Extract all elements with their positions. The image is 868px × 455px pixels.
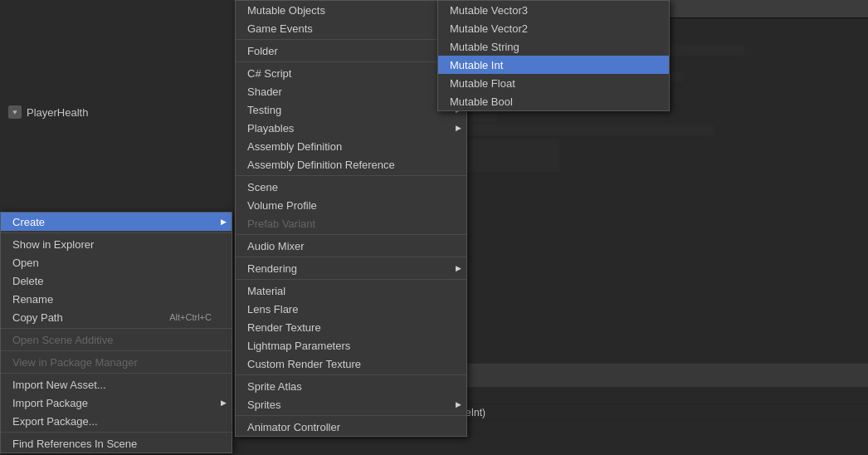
menu-item-import-package[interactable]: Import Package bbox=[1, 394, 232, 412]
menu-item-mutable-string[interactable]: Mutable String bbox=[438, 37, 669, 56]
menu-item-mutable-objects-label: Mutable Objects bbox=[247, 4, 325, 17]
menu-item-game-events[interactable]: Game Events bbox=[236, 19, 466, 37]
menu-item-create-label: Create bbox=[12, 216, 45, 228]
menu-item-prefab-variant-label: Prefab Variant bbox=[247, 218, 315, 230]
menu-item-create[interactable]: Create bbox=[1, 213, 232, 231]
menu-item-lens-flare[interactable]: Lens Flare bbox=[236, 300, 466, 318]
menu-item-folder[interactable]: Folder bbox=[236, 42, 466, 60]
menu-item-game-events-label: Game Events bbox=[247, 22, 313, 35]
context-menu-right: Mutable Vector3 Mutable Vector2 Mutable … bbox=[437, 0, 670, 111]
menu-item-mutable-vector2-label: Mutable Vector2 bbox=[450, 22, 528, 35]
menu-item-assembly-def-ref-label: Assembly Definition Reference bbox=[247, 159, 395, 171]
menu-item-csharp-script-label: C# Script bbox=[247, 67, 291, 80]
menu-item-sprites-label: Sprites bbox=[247, 399, 280, 411]
middle-sep-8 bbox=[236, 415, 466, 416]
separator-3 bbox=[1, 350, 232, 351]
menu-item-delete[interactable]: Delete bbox=[1, 272, 232, 290]
menu-item-mutable-int-label: Mutable Int bbox=[450, 59, 503, 71]
menu-item-export-package[interactable]: Export Package... bbox=[1, 412, 232, 430]
menu-item-scene-label: Scene bbox=[247, 181, 278, 193]
menu-item-rendering-label: Rendering bbox=[247, 262, 297, 275]
menu-item-open-label: Open bbox=[12, 257, 39, 269]
separator-5 bbox=[1, 432, 232, 433]
menu-item-sprite-atlas[interactable]: Sprite Atlas bbox=[236, 377, 466, 395]
player-health-icon: ♥ bbox=[8, 105, 22, 119]
menu-item-custom-render-label: Custom Render Texture bbox=[247, 358, 361, 370]
middle-sep-3 bbox=[236, 175, 466, 176]
menu-item-volume-profile-label: Volume Profile bbox=[247, 199, 317, 212]
menu-item-import-package-label: Import Package bbox=[12, 397, 88, 409]
menu-item-lens-flare-label: Lens Flare bbox=[247, 303, 298, 316]
menu-item-testing[interactable]: Testing bbox=[236, 100, 466, 119]
menu-item-prefab-variant[interactable]: Prefab Variant bbox=[236, 214, 466, 232]
menu-item-rendering[interactable]: Rendering bbox=[236, 259, 466, 277]
menu-item-material-label: Material bbox=[247, 285, 285, 297]
middle-sep-2 bbox=[236, 61, 466, 62]
player-health-icon-symbol: ♥ bbox=[12, 108, 17, 116]
copy-path-shortcut: Alt+Ctrl+C bbox=[169, 312, 212, 322]
menu-item-shader[interactable]: Shader bbox=[236, 82, 466, 100]
menu-item-rename[interactable]: Rename bbox=[1, 290, 232, 308]
separator-1 bbox=[1, 232, 232, 233]
menu-item-mutable-float-label: Mutable Float bbox=[450, 77, 515, 90]
menu-item-show-explorer-label: Show in Explorer bbox=[12, 238, 94, 251]
menu-item-lightmap-params[interactable]: Lightmap Parameters bbox=[236, 336, 466, 355]
menu-item-audio-mixer-label: Audio Mixer bbox=[247, 240, 305, 252]
menu-item-scene[interactable]: Scene bbox=[236, 178, 466, 196]
menu-item-mutable-bool-label: Mutable Bool bbox=[450, 95, 513, 108]
menu-item-volume-profile[interactable]: Volume Profile bbox=[236, 196, 466, 214]
separator-4 bbox=[1, 373, 232, 374]
menu-item-find-references-label: Find References In Scene bbox=[12, 438, 137, 450]
middle-sep-4 bbox=[236, 234, 466, 235]
menu-item-open[interactable]: Open bbox=[1, 253, 232, 272]
menu-item-animator-controller-label: Animator Controller bbox=[247, 421, 340, 433]
menu-item-assembly-def-label: Assembly Definition bbox=[247, 140, 342, 153]
menu-item-sprite-atlas-label: Sprite Atlas bbox=[247, 380, 302, 393]
menu-item-show-explorer[interactable]: Show in Explorer bbox=[1, 235, 232, 253]
menu-item-open-additive-label: Open Scene Additive bbox=[12, 334, 113, 346]
menu-item-rename-label: Rename bbox=[12, 293, 53, 306]
menu-item-import-asset-label: Import New Asset... bbox=[12, 379, 106, 391]
menu-item-copy-path-label: Copy Path bbox=[12, 311, 63, 324]
menu-item-audio-mixer[interactable]: Audio Mixer bbox=[236, 237, 466, 255]
menu-item-export-package-label: Export Package... bbox=[12, 415, 98, 428]
menu-item-custom-render[interactable]: Custom Render Texture bbox=[236, 355, 466, 373]
menu-item-mutable-bool[interactable]: Mutable Bool bbox=[438, 92, 669, 110]
menu-item-mutable-vector3[interactable]: Mutable Vector3 bbox=[438, 1, 669, 19]
player-health-area: ♥ PlayerHealth bbox=[0, 100, 237, 125]
menu-item-assembly-def-ref[interactable]: Assembly Definition Reference bbox=[236, 155, 466, 174]
menu-item-playables-label: Playables bbox=[247, 122, 294, 135]
middle-sep-7 bbox=[236, 374, 466, 375]
menu-item-csharp-script[interactable]: C# Script bbox=[236, 64, 466, 82]
middle-sep-1 bbox=[236, 39, 466, 40]
menu-item-view-package[interactable]: View in Package Manager bbox=[1, 353, 232, 371]
menu-item-view-package-label: View in Package Manager bbox=[12, 356, 138, 369]
menu-item-mutable-objects[interactable]: Mutable Objects bbox=[236, 1, 466, 19]
menu-item-delete-label: Delete bbox=[12, 275, 44, 287]
menu-item-render-texture-label: Render Texture bbox=[247, 321, 321, 334]
menu-item-testing-label: Testing bbox=[247, 104, 281, 116]
menu-item-copy-path[interactable]: Copy Path Alt+Ctrl+C bbox=[1, 308, 232, 326]
menu-item-open-additive[interactable]: Open Scene Additive bbox=[1, 330, 232, 349]
menu-item-folder-label: Folder bbox=[247, 45, 278, 57]
menu-item-import-asset[interactable]: Import New Asset... bbox=[1, 375, 232, 394]
menu-item-playables[interactable]: Playables bbox=[236, 119, 466, 137]
menu-item-mutable-vector2[interactable]: Mutable Vector2 bbox=[438, 19, 669, 37]
menu-item-sprites[interactable]: Sprites bbox=[236, 395, 466, 413]
menu-item-animator-controller[interactable]: Animator Controller bbox=[236, 418, 466, 436]
menu-item-mutable-float[interactable]: Mutable Float bbox=[438, 74, 669, 92]
context-menu-middle: Mutable Objects Game Events Folder C# Sc… bbox=[235, 0, 467, 437]
menu-item-material[interactable]: Material bbox=[236, 281, 466, 300]
menu-item-render-texture[interactable]: Render Texture bbox=[236, 318, 466, 336]
menu-item-shader-label: Shader bbox=[247, 86, 282, 98]
menu-item-mutable-string-label: Mutable String bbox=[450, 41, 519, 53]
middle-sep-5 bbox=[236, 257, 466, 257]
menu-item-mutable-int[interactable]: Mutable Int bbox=[438, 56, 669, 74]
middle-sep-6 bbox=[236, 279, 466, 280]
context-menu-left: Create Show in Explorer Open Delete Rena… bbox=[0, 212, 232, 453]
menu-item-lightmap-params-label: Lightmap Parameters bbox=[247, 340, 350, 352]
menu-item-assembly-def[interactable]: Assembly Definition bbox=[236, 137, 466, 155]
menu-item-mutable-vector3-label: Mutable Vector3 bbox=[450, 4, 528, 17]
separator-2 bbox=[1, 328, 232, 329]
menu-item-find-references[interactable]: Find References In Scene bbox=[1, 434, 232, 453]
